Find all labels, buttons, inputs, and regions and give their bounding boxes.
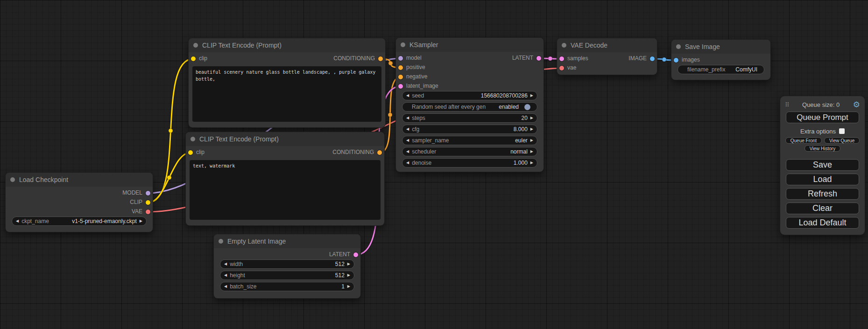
widget-value: euler (515, 137, 528, 144)
input-slot-label: negative (406, 73, 427, 80)
widget-value: v1-5-pruned-emaonly.ckpt (72, 218, 137, 224)
increment-arrow-icon[interactable]: ▶ (530, 94, 533, 98)
decrement-arrow-icon[interactable]: ◀ (224, 285, 227, 288)
node-body: clipCONDITIONINGbeautiful scenery nature… (189, 52, 385, 127)
Random seed after every gen-widget[interactable]: Random seed after every genenabled (402, 102, 537, 112)
decrement-arrow-icon[interactable]: ◀ (406, 94, 409, 98)
ckpt_name-widget[interactable]: ◀ckpt_namev1-5-pruned-emaonly.ckpt▶ (12, 217, 147, 226)
widget-label: filename_prefix (687, 66, 725, 73)
widget-label: seed (412, 92, 424, 99)
collapse-dot-icon[interactable] (401, 42, 405, 47)
increment-arrow-icon[interactable]: ▶ (530, 116, 533, 120)
node-ksampler[interactable]: KSamplermodelLATENTpositivenegativelaten… (396, 38, 543, 172)
CONDITIONING-output-slot[interactable] (377, 150, 382, 155)
width-widget[interactable]: ◀width512▶ (220, 259, 354, 269)
cfg-widget[interactable]: ◀cfg8.000▶ (402, 125, 537, 134)
clear-button[interactable]: Clear (786, 203, 859, 214)
model-input-slot[interactable] (398, 56, 403, 61)
increment-arrow-icon[interactable]: ▶ (347, 273, 350, 277)
node-title-label: Save Image (685, 43, 720, 50)
view-history-button[interactable]: View History (804, 145, 840, 152)
node-load-checkpoint[interactable]: Load CheckpointMODELCLIPVAE◀ckpt_namev1-… (6, 173, 153, 232)
clip-input-slot[interactable] (191, 56, 196, 61)
batch_size-widget[interactable]: ◀batch_size1▶ (220, 282, 354, 291)
collapse-dot-icon[interactable] (219, 239, 223, 244)
seed-widget[interactable]: ◀seed156680208700286▶ (402, 91, 537, 100)
CONDITIONING-output-slot[interactable] (378, 56, 383, 61)
link-midpoint-dot (662, 57, 666, 62)
increment-arrow-icon[interactable]: ▶ (530, 150, 533, 154)
queue-prompt-button[interactable]: Queue Prompt (786, 112, 859, 123)
node-title-label: KSampler (409, 41, 438, 49)
collapse-dot-icon[interactable] (676, 44, 681, 49)
settings-gear-icon[interactable]: ⚙ (853, 101, 860, 109)
save-button[interactable]: Save (786, 159, 859, 171)
node-clip-text-encode-2[interactable]: CLIP Text Encode (Prompt)clipCONDITIONIN… (186, 132, 384, 225)
increment-arrow-icon[interactable]: ▶ (530, 139, 533, 142)
view-queue-button[interactable]: View Queue (824, 137, 860, 144)
scheduler-widget[interactable]: ◀schedulernormal▶ (402, 147, 537, 156)
IMAGE-output-slot[interactable] (650, 56, 655, 61)
extra-options-checkbox[interactable] (839, 128, 845, 134)
MODEL-output-slot[interactable] (146, 191, 150, 196)
decrement-arrow-icon[interactable]: ◀ (406, 161, 409, 165)
node-empty-latent-image[interactable]: Empty Latent ImageLATENT◀width512▶◀heigh… (214, 234, 360, 298)
collapse-dot-icon[interactable] (10, 177, 15, 182)
widget-label: width (230, 261, 243, 267)
node-title: CLIP Text Encode (Prompt) (186, 132, 384, 146)
LATENT-output-slot[interactable] (353, 252, 358, 257)
widget-label: ckpt_name (21, 218, 49, 224)
node-canvas[interactable]: Load CheckpointMODELCLIPVAE◀ckpt_namev1-… (0, 0, 868, 329)
negative-input-slot[interactable] (398, 75, 403, 79)
slot-row: clipCONDITIONING (186, 148, 384, 157)
queue-panel: ⠿ Queue size: 0 ⚙ Queue Prompt Extra opt… (780, 96, 865, 235)
drag-handle-icon[interactable]: ⠿ (785, 102, 789, 108)
queue-front-button[interactable]: Queue Front (785, 137, 822, 144)
increment-arrow-icon[interactable]: ▶ (140, 219, 142, 223)
toggle-dot-icon[interactable] (524, 104, 530, 110)
collapse-dot-icon[interactable] (191, 137, 195, 141)
node-body: clipCONDITIONINGtext, watermark (186, 146, 384, 225)
increment-arrow-icon[interactable]: ▶ (530, 161, 533, 165)
increment-arrow-icon[interactable]: ▶ (347, 285, 350, 288)
images-input-slot[interactable] (674, 58, 678, 63)
decrement-arrow-icon[interactable]: ◀ (406, 116, 409, 120)
collapse-dot-icon[interactable] (193, 43, 198, 48)
denoise-widget[interactable]: ◀denoise1.000▶ (402, 158, 537, 168)
node-vae-decode[interactable]: VAE DecodesamplesIMAGEvae (557, 38, 657, 75)
decrement-arrow-icon[interactable]: ◀ (406, 127, 409, 131)
decrement-arrow-icon[interactable]: ◀ (16, 219, 19, 223)
steps-widget[interactable]: ◀steps20▶ (402, 113, 537, 123)
decrement-arrow-icon[interactable]: ◀ (224, 262, 227, 266)
LATENT-output-slot[interactable] (536, 56, 541, 61)
samples-input-slot[interactable] (559, 56, 564, 61)
latent_image-input-slot[interactable] (398, 84, 403, 89)
sampler_name-widget[interactable]: ◀sampler_nameeuler▶ (402, 136, 537, 145)
increment-arrow-icon[interactable]: ▶ (530, 127, 533, 131)
vae-input-slot[interactable] (559, 66, 564, 70)
node-clip-text-encode-1[interactable]: CLIP Text Encode (Prompt)clipCONDITIONIN… (189, 38, 385, 127)
slot-row: MODEL (6, 189, 153, 198)
CLIP-output-slot[interactable] (146, 200, 150, 205)
output-slot-label: CONDITIONING (333, 55, 375, 62)
height-widget[interactable]: ◀height512▶ (220, 271, 354, 280)
prompt-textarea[interactable]: beautiful scenery nature glass bottle la… (192, 66, 381, 122)
slot-row: LATENT (214, 250, 360, 259)
refresh-button[interactable]: Refresh (786, 188, 859, 200)
load-default-button[interactable]: Load Default (786, 217, 859, 229)
decrement-arrow-icon[interactable]: ◀ (406, 150, 409, 154)
filename_prefix-widget[interactable]: filename_prefixComfyUI (677, 65, 764, 74)
positive-input-slot[interactable] (398, 65, 403, 70)
output-slot-label: MODEL (122, 189, 142, 196)
node-save-image[interactable]: Save Imageimagesfilename_prefixComfyUI (671, 40, 770, 80)
node-title-label: CLIP Text Encode (Prompt) (202, 42, 282, 49)
clip-input-slot[interactable] (188, 150, 193, 155)
input-slot-label: samples (567, 55, 588, 62)
collapse-dot-icon[interactable] (562, 43, 566, 48)
increment-arrow-icon[interactable]: ▶ (347, 262, 350, 266)
load-button[interactable]: Load (786, 174, 859, 185)
decrement-arrow-icon[interactable]: ◀ (224, 273, 227, 277)
VAE-output-slot[interactable] (146, 210, 150, 214)
prompt-textarea[interactable]: text, watermark (190, 160, 381, 220)
decrement-arrow-icon[interactable]: ◀ (406, 139, 409, 142)
